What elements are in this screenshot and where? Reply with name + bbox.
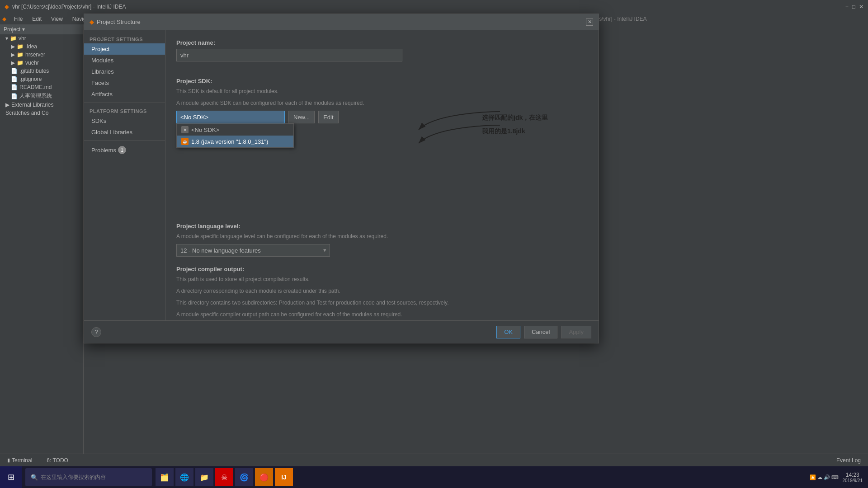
annotation-text2: 我用的是1.8jdk [482, 127, 525, 136]
tree-item-idea[interactable]: ▶ 📁 .idea [0, 42, 83, 51]
windows-icon: ⊞ [8, 472, 14, 482]
project-sdk-label: Project SDK: [176, 78, 588, 84]
time: 14:23 [843, 472, 863, 478]
app3-icon: 📁 [200, 473, 209, 482]
project-label: Project ▾ [4, 26, 25, 33]
folder-icon: 📁 [10, 35, 17, 42]
menu-file[interactable]: File [10, 15, 26, 23]
terminal-tab[interactable]: ▮ Terminal [4, 455, 36, 465]
taskbar-app-5[interactable]: 🌀 [235, 468, 253, 486]
apply-button[interactable]: Apply [561, 326, 591, 338]
project-sidebar: Project ▾ ▾ 📁 vhr ▶ 📁 .idea ▶ 📁 hrserver… [0, 24, 84, 461]
nav-item-sdks[interactable]: SDKs [84, 115, 165, 127]
taskbar-intellij[interactable]: IJ [275, 468, 293, 486]
nav-item-modules[interactable]: Modules [84, 55, 165, 66]
arrow-icon: ▶ [11, 60, 15, 66]
sdk-popup: ✕ <No SDK> ☕ 1.8 (java version "1.8.0_13… [176, 123, 294, 148]
ok-button[interactable]: OK [496, 326, 520, 338]
problems-badge: 1 [118, 146, 126, 154]
tree-item-scratches[interactable]: Scratches and Co [0, 109, 83, 117]
sdk-none-icon: ✕ [181, 126, 189, 133]
nav-item-artifacts[interactable]: Artifacts [84, 89, 165, 100]
sdk-dropdown[interactable]: <No SDK> 1.8 (java version "1.8.0_131") [176, 111, 285, 123]
annotation-text1: 选择匹配的jdk，在这里 [482, 114, 548, 122]
idea-label: .idea [25, 43, 37, 50]
project-settings-section: Project Settings [84, 34, 165, 43]
sdk-popup-item-none[interactable]: ✕ <No SDK> [177, 124, 293, 136]
tree-item-external-libs[interactable]: ▶ External Libraries [0, 101, 83, 109]
tray-icons: 🔼 ☁ 🔊 ⌨ [810, 474, 839, 480]
search-bar[interactable]: 🔍 在这里输入你要搜索的内容 [25, 468, 152, 486]
sdk-new-button[interactable]: New... [288, 111, 315, 123]
readme-label: README.md [19, 84, 52, 90]
menu-edit[interactable]: Edit [28, 15, 45, 23]
compiler-desc1: This path is used to store all project c… [176, 275, 588, 283]
nav-item-problems[interactable]: Problems 1 [84, 144, 165, 156]
file-icon-readme: 📄 [11, 84, 18, 90]
todo-tab[interactable]: 6: TODO [43, 455, 72, 465]
hrms-label: 人事管理系统 [19, 92, 52, 100]
hrserver-label: hrserver [25, 52, 45, 58]
taskbar-app-4[interactable]: ☠ [215, 468, 233, 486]
arrow-icon: ▶ [5, 102, 9, 108]
dialog-nav: Project Settings Project Modules Librari… [84, 30, 165, 320]
platform-settings-section: Platform Settings [84, 106, 165, 115]
tree-item-hrserver[interactable]: ▶ 📁 hrserver [0, 51, 83, 59]
maximize-btn[interactable]: □ [852, 4, 855, 10]
nav-divider [84, 103, 165, 103]
tree-item-hrms[interactable]: 📄 人事管理系统 [0, 91, 83, 101]
minimize-btn[interactable]: − [845, 4, 849, 10]
nav-item-libraries[interactable]: Libraries [84, 66, 165, 77]
dialog-close-button[interactable]: ✕ [586, 19, 593, 26]
date: 2019/9/21 [843, 478, 863, 483]
tree-item-vhr[interactable]: ▾ 📁 vhr [0, 34, 83, 42]
help-button[interactable]: ? [91, 327, 101, 337]
menu-view[interactable]: View [47, 15, 66, 23]
taskbar-apps: 🗂️ 🌐 📁 ☠ 🌀 🔴 IJ [156, 468, 293, 486]
scratches-label: Scratches and Co [5, 110, 48, 116]
sdk-edit-button[interactable]: Edit [318, 111, 338, 123]
project-name-label: Project name: [176, 39, 588, 46]
gitignore-label: .gitignore [19, 76, 42, 82]
app2-icon: 🌐 [180, 473, 189, 482]
nav-item-global-libs[interactable]: Global Libraries [84, 127, 165, 138]
nav-item-project[interactable]: Project [84, 43, 165, 55]
arrow-icon: ▾ [5, 35, 8, 42]
compiler-output-label: Project compiler output: [176, 266, 588, 272]
lang-level-label: Project language level: [176, 223, 588, 230]
taskbar: ⊞ 🔍 在这里输入你要搜索的内容 🗂️ 🌐 📁 ☠ 🌀 🔴 IJ 🔼 ☁ 🔊 ⌨ [0, 466, 868, 488]
dialog-title: ◆ Project Structure [90, 19, 141, 25]
dialog-icon: ◆ [90, 19, 94, 25]
tree-item-vuehr[interactable]: ▶ 📁 vuehr [0, 59, 83, 67]
project-name-input[interactable] [176, 49, 402, 61]
folder-icon-vuehr: 📁 [17, 60, 24, 66]
intellij-icon: IJ [281, 474, 287, 481]
gitattributes-label: .gitattributes [19, 68, 49, 74]
footer-buttons: OK Cancel Apply [496, 326, 591, 338]
title-text: vhr [C:\Users\cj\IdeaProjects\vhr] - Int… [12, 4, 126, 10]
tree-item-gitignore[interactable]: 📄 .gitignore [0, 75, 83, 83]
arrow-icon: ▶ [11, 43, 15, 50]
file-icon: 📄 [11, 68, 18, 74]
nav-item-facets[interactable]: Facets [84, 77, 165, 89]
cancel-button[interactable]: Cancel [524, 326, 557, 338]
taskbar-app-3[interactable]: 📁 [195, 468, 213, 486]
dialog-title-text: Project Structure [97, 19, 141, 25]
sdk-java-icon: ☕ [181, 138, 189, 145]
clock: 14:23 2019/9/21 [843, 472, 863, 483]
event-log-tab[interactable]: Event Log [833, 455, 864, 465]
sdk-popup-item-18[interactable]: ☕ 1.8 (java version "1.8.0_131") [177, 136, 293, 147]
close-btn[interactable]: ✕ [859, 4, 863, 10]
start-button[interactable]: ⊞ [0, 466, 22, 488]
project-header[interactable]: Project ▾ [0, 24, 83, 34]
system-tray: 🔼 ☁ 🔊 ⌨ 14:23 2019/9/21 [804, 472, 868, 483]
folder-icon-idea: 📁 [17, 43, 24, 50]
taskbar-app-1[interactable]: 🗂️ [156, 468, 174, 486]
compiler-output-section: Project compiler output: This path is us… [176, 266, 588, 320]
taskbar-app-6[interactable]: 🔴 [255, 468, 273, 486]
tree-item-gitattributes[interactable]: 📄 .gitattributes [0, 67, 83, 75]
sdk-18-label: 1.8 (java version "1.8.0_131") [191, 138, 268, 145]
taskbar-app-2[interactable]: 🌐 [175, 468, 193, 486]
lang-dropdown[interactable]: 12 - No new language features [176, 244, 330, 257]
tree-item-readme[interactable]: 📄 README.md [0, 83, 83, 91]
